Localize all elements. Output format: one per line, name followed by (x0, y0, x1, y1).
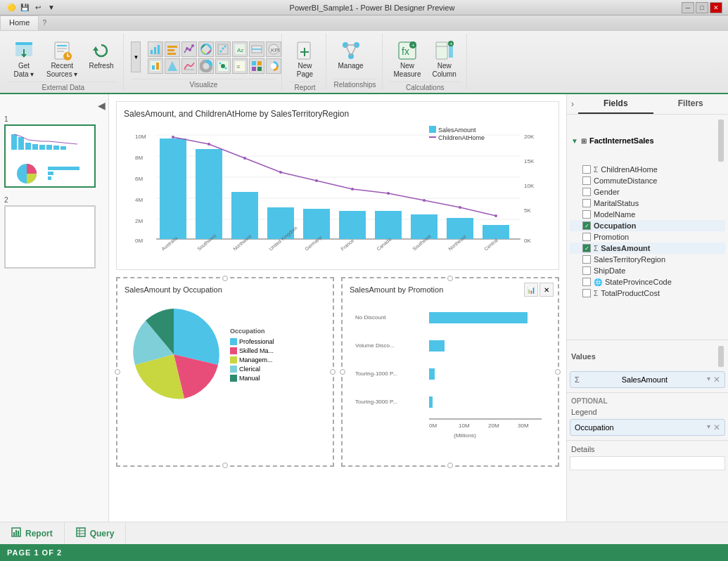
value-pill-dropdown[interactable]: ▾ (707, 375, 710, 385)
resize-handle-left[interactable] (115, 369, 120, 375)
value-pill-close-btn[interactable]: ✕ (713, 375, 720, 385)
field-check-occupation[interactable]: ✓ (582, 221, 591, 230)
viz-icon-3[interactable] (181, 41, 197, 57)
resize-handle-bottom[interactable] (222, 463, 228, 468)
bar-resize-handle-top[interactable] (447, 276, 453, 281)
viz-icon-4[interactable] (198, 41, 214, 57)
field-check-model[interactable] (582, 210, 591, 219)
field-stateprovince[interactable]: 🌐 StateProvinceCode (570, 276, 725, 288)
viz-icon-16[interactable] (266, 58, 281, 74)
viz-icon-14[interactable]: ≡ (232, 58, 248, 74)
main-chart[interactable]: SalesAmount, and ChildrenAtHome by Sales… (116, 101, 559, 270)
field-shipdate[interactable]: ShipDate (570, 265, 725, 276)
viz-icon-13[interactable] (215, 58, 231, 74)
values-scroll[interactable] (718, 346, 724, 367)
viz-icon-2[interactable] (165, 41, 180, 57)
salesamount-value-pill[interactable]: Σ SalesAmount ▾ ✕ (570, 371, 725, 388)
get-data-button[interactable]: GetData ▾ (8, 37, 39, 82)
svg-rect-32 (156, 63, 159, 70)
pie-chart-container[interactable]: SalesAmount by Occupation (116, 277, 334, 467)
viz-icon-11[interactable] (181, 58, 197, 74)
tab-report[interactable]: Report (0, 522, 65, 544)
viz-icon-6[interactable]: Az (232, 41, 248, 57)
expand-arrow[interactable]: › (567, 94, 578, 114)
legend-value-pill[interactable]: Occupation ▾ ✕ (570, 419, 725, 436)
viz-more-button[interactable]: ▼ (131, 41, 141, 72)
recent-sources-button[interactable]: RecentSources ▾ (42, 37, 82, 82)
svg-text:30M: 30M (518, 423, 529, 429)
scroll-bar[interactable] (718, 120, 724, 162)
help-icon[interactable]: ? (39, 15, 50, 30)
field-modelname[interactable]: ModelName (570, 209, 725, 220)
field-check-total[interactable] (582, 289, 591, 297)
viz-icon-9[interactable] (148, 58, 163, 74)
field-promotion[interactable]: Promotion (570, 231, 725, 243)
close-button[interactable]: ✕ (710, 2, 722, 13)
tab-fields[interactable]: Fields (578, 94, 653, 114)
field-check-gender[interactable] (582, 188, 591, 196)
maximize-button[interactable]: □ (696, 2, 708, 13)
refresh-button[interactable]: Refresh (84, 37, 117, 73)
viz-icon-7[interactable] (249, 41, 264, 57)
details-box[interactable] (570, 456, 725, 470)
tab-query[interactable]: Query (65, 522, 127, 544)
resize-handle-right[interactable] (330, 369, 336, 375)
field-gender[interactable]: Gender (570, 186, 725, 198)
quick-access-save[interactable]: 💾 (19, 2, 30, 13)
chart-icon-button[interactable]: 📊 (524, 283, 538, 297)
field-salesamount[interactable]: ✓ Σ SalesAmount (570, 243, 725, 254)
svg-text:Central: Central (483, 238, 499, 252)
fact-internet-sales-header[interactable]: ▼ ⊞ FactInternetSales (570, 117, 725, 164)
value-pill-label: SalesAmount (622, 375, 668, 384)
minimize-button[interactable]: ─ (682, 2, 694, 13)
new-page-button[interactable]: NewPage (289, 37, 320, 82)
field-check-commute[interactable] (582, 176, 591, 185)
viz-icon-12[interactable] (198, 58, 214, 74)
field-maritalstatus[interactable]: MaritalStatus (570, 198, 725, 209)
chart-close-button[interactable]: ✕ (539, 283, 554, 297)
new-measure-button[interactable]: fx+ NewMeasure (390, 37, 426, 82)
field-check-promotion[interactable] (582, 233, 591, 241)
viz-icon-8[interactable]: KPI (266, 41, 281, 57)
manage-relationships-button[interactable]: Manage (333, 37, 367, 73)
quick-access-undo[interactable]: ↩ (32, 2, 44, 13)
chart-toolbar: 📊 ✕ (524, 283, 554, 297)
bar-resize-handle-left[interactable] (340, 369, 345, 375)
viz-icon-10[interactable] (165, 58, 180, 74)
tab-home[interactable]: Home (0, 15, 39, 30)
field-check-shipdate[interactable] (582, 266, 591, 275)
field-check-childrenhome[interactable] (582, 165, 591, 174)
legend-pill-close-btn[interactable]: ✕ (713, 423, 720, 432)
legend-pill-dropdown[interactable]: ▾ (707, 423, 710, 432)
field-childrenhome[interactable]: Σ ChildrenAtHome (570, 164, 725, 175)
viz-icon-1[interactable] (148, 41, 163, 57)
svg-rect-147 (18, 531, 19, 536)
bar-chart-container[interactable]: 📊 ✕ SalesAmount by Promotion No Discount… (341, 277, 559, 467)
collapse-panel-button[interactable]: ◀ (98, 100, 106, 111)
field-name-childrenhome: ChildrenAtHome (601, 165, 658, 174)
svg-rect-42 (252, 61, 256, 65)
field-commutedistance[interactable]: CommuteDistance (570, 175, 725, 186)
canvas[interactable]: SalesAmount, and ChildrenAtHome by Sales… (109, 94, 566, 522)
tab-filters[interactable]: Filters (653, 94, 729, 114)
field-totalproductcost[interactable]: Σ TotalProductCost (570, 288, 725, 299)
field-check-marital[interactable] (582, 199, 591, 207)
resize-handle-top[interactable] (222, 276, 228, 281)
bar-resize-handle-bottom[interactable] (447, 463, 453, 468)
page-2-thumbnail[interactable]: 2 (3, 195, 106, 270)
field-check-territory[interactable] (582, 255, 591, 264)
svg-point-114 (315, 179, 318, 182)
page-1-thumbnail[interactable]: 1 (3, 114, 106, 189)
value-sigma-icon: Σ (575, 375, 580, 384)
quick-access-menu[interactable]: ▼ (46, 2, 57, 13)
bar-resize-handle-right[interactable] (555, 369, 561, 375)
field-check-state[interactable] (582, 278, 591, 286)
field-occupation[interactable]: ✓ Occupation (570, 220, 725, 231)
svg-text:6M: 6M (135, 176, 143, 182)
field-salesterritory[interactable]: SalesTerritoryRegion (570, 254, 725, 265)
svg-point-16 (186, 47, 189, 50)
viz-icon-15[interactable] (249, 58, 264, 74)
new-column-button[interactable]: + NewColumn (428, 37, 460, 82)
viz-icon-5[interactable] (215, 41, 231, 57)
field-check-sales[interactable]: ✓ (582, 244, 591, 252)
